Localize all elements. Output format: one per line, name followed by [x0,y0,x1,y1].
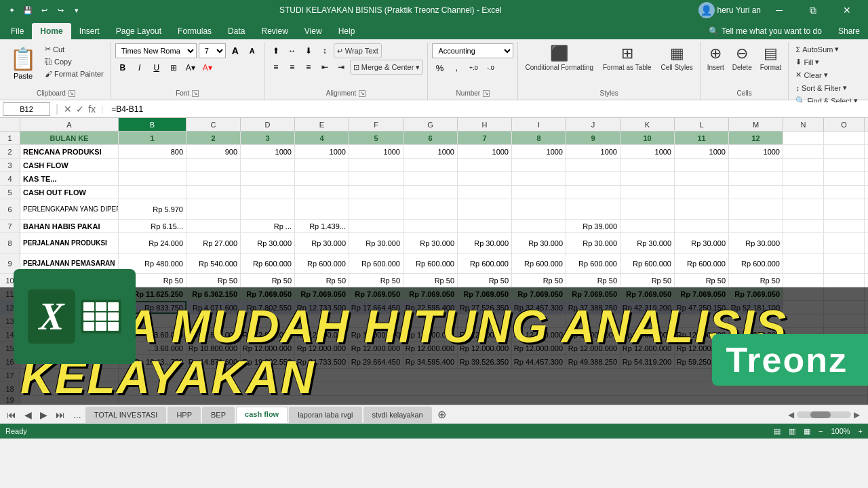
cell-I1[interactable]: 8 [512,131,566,144]
font-color-button[interactable]: A▾ [200,60,215,75]
cell-P6[interactable] [865,199,868,219]
cell-K7[interactable] [620,220,675,232]
cell-K4[interactable] [620,172,675,185]
cell-H10[interactable]: Rp 50 [458,274,512,287]
cell-A8[interactable]: PERJALANAN PRODUKSI [20,233,119,253]
restore-button[interactable]: ⧉ [797,0,829,20]
col-header-L[interactable]: L [675,118,729,131]
cell-A3[interactable]: CASH FLOW [20,159,119,171]
indent-increase-button[interactable]: ⇥ [334,60,349,75]
conditional-formatting-button[interactable]: ⬛ Conditional Formatting [522,43,596,73]
share-button[interactable]: Share [830,23,868,39]
cell-H9[interactable]: Rp 600.000 [458,253,512,273]
sheet-tab-bep[interactable]: BEP [202,407,235,423]
underline-button[interactable]: U [149,60,164,75]
insert-button[interactable]: ⊕ Insert [705,43,727,73]
cell-A6[interactable]: PERLENGKAPAN YANG DIPERLUKAN [20,199,119,219]
cell-N7[interactable] [783,220,824,232]
cell-I7[interactable] [512,220,566,232]
cell-O5[interactable] [824,186,865,199]
cell-I2[interactable]: 1000 [512,145,566,158]
cell-E9[interactable]: Rp 600.000 [295,253,349,273]
add-sheet-button[interactable]: ⊕ [433,408,450,421]
bold-button[interactable]: B [115,60,130,75]
horizontal-scrollbar[interactable] [797,411,851,418]
confirm-formula-icon[interactable]: ✓ [76,104,84,115]
cell-styles-button[interactable]: ▦ Cell Styles [658,43,696,73]
cell-A5[interactable]: CASH OUT FLOW [20,186,119,199]
cell-M4[interactable] [729,172,783,185]
wrap-text-button[interactable]: ↵ Wrap Text [334,43,382,58]
cell-F8[interactable]: Rp 30.000 [349,233,403,253]
cell-E7[interactable]: Rp 1.439... [295,220,349,232]
cell-G2[interactable]: 1000 [403,145,458,158]
cell-J2[interactable]: 1000 [566,145,620,158]
font-name-select[interactable]: Times New Roma [115,43,197,58]
cell-N5[interactable] [783,186,824,199]
cell-D8[interactable]: Rp 30.000 [241,233,295,253]
cell-C9[interactable]: Rp 540.000 [186,253,241,273]
row-header-3[interactable]: 3 [0,159,20,171]
cell-B6[interactable]: Rp 5.970 [119,199,186,219]
close-button[interactable]: ✕ [831,0,863,20]
tab-home[interactable]: Home [32,23,71,39]
col-header-H[interactable]: H [458,118,512,131]
sheet-tab-laporan[interactable]: laporan laba rvgi [289,407,361,423]
align-right-button[interactable]: ≡ [301,60,316,75]
cell-N10[interactable] [783,274,824,287]
cell-L1[interactable]: 11 [675,131,729,144]
cell-H8[interactable]: Rp 30.000 [458,233,512,253]
cell-B7[interactable]: Rp 6.15... [119,220,186,232]
cell-H4[interactable] [458,172,512,185]
col-header-F[interactable]: F [349,118,403,131]
col-header-K[interactable]: K [620,118,675,131]
sheet-tab-cash-flow[interactable]: cash flow [236,407,288,423]
cell-O7[interactable] [824,220,865,232]
col-header-C[interactable]: C [186,118,241,131]
cell-F7[interactable] [349,220,403,232]
col-header-M[interactable]: M [729,118,783,131]
cell-F3[interactable] [349,159,403,171]
col-header-E[interactable]: E [295,118,349,131]
cell-D4[interactable] [241,172,295,185]
col-header-G[interactable]: G [403,118,458,131]
col-header-N[interactable]: N [783,118,824,131]
cell-L10[interactable]: Rp 50 [675,274,729,287]
cell-N4[interactable] [783,172,824,185]
border-button[interactable]: ⊞ [166,60,181,75]
tab-page-layout[interactable]: Page Layout [108,23,170,39]
cell-N3[interactable] [783,159,824,171]
cell-G8[interactable]: Rp 30.000 [403,233,458,253]
cell-M2[interactable]: 1000 [729,145,783,158]
fill-color-button[interactable]: A▾ [183,60,198,75]
cell-E1[interactable]: 4 [295,131,349,144]
cell-M1[interactable]: 12 [729,131,783,144]
cell-M3[interactable] [729,159,783,171]
cell-O1[interactable] [824,131,865,144]
cell-J1[interactable]: 9 [566,131,620,144]
cell-C6[interactable] [186,199,241,219]
cell-F1[interactable]: 5 [349,131,403,144]
autosum-button[interactable]: Σ AutoSum▾ [793,43,842,55]
increase-decimal-button[interactable]: +.0 [466,60,481,75]
row-header-8[interactable]: 8 [0,233,20,253]
cell-C10[interactable]: Rp 50 [186,274,241,287]
cell-J3[interactable] [566,159,620,171]
cell-D1[interactable]: 3 [241,131,295,144]
cell-G5[interactable] [403,186,458,199]
cell-F5[interactable] [349,186,403,199]
cell-M9[interactable]: Rp 600.000 [729,253,783,273]
row-header-5[interactable]: 5 [0,186,20,199]
tab-help[interactable]: Help [330,23,363,39]
insert-function-icon[interactable]: fx [88,104,96,115]
cell-C3[interactable] [186,159,241,171]
cell-A4[interactable]: KAS TE... [20,172,119,185]
row-header-4[interactable]: 4 [0,172,20,185]
cell-D9[interactable]: Rp 600.000 [241,253,295,273]
cell-reference-input[interactable] [3,102,50,116]
font-expand-icon[interactable]: ↘ [192,90,199,97]
status-view-layout[interactable]: ▥ [789,427,795,436]
cell-P9[interactable] [865,253,868,273]
sheet-tab-hpp[interactable]: HPP [167,407,201,423]
cell-B8[interactable]: Rp 24.000 [119,233,186,253]
